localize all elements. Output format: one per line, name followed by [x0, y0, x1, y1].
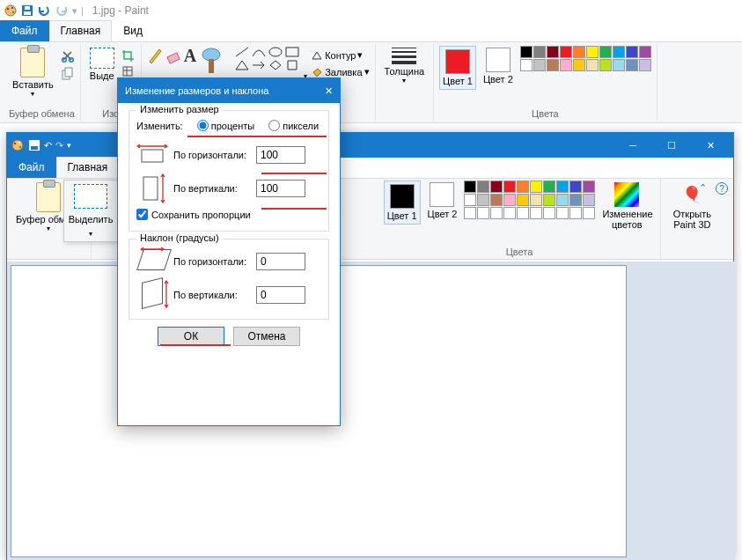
minimize-button[interactable]: ─	[613, 133, 652, 158]
qat-redo-icon[interactable]: ↷	[55, 140, 63, 151]
color-swatch[interactable]	[543, 194, 555, 206]
color-swatch[interactable]	[464, 194, 476, 206]
crop-icon[interactable]	[121, 49, 136, 62]
qat-undo-icon[interactable]: ↶	[44, 140, 52, 151]
color-swatch[interactable]	[639, 59, 651, 71]
color-swatch[interactable]	[556, 207, 569, 219]
qat-save-icon[interactable]	[28, 139, 40, 151]
tab-file[interactable]: Файл	[0, 20, 49, 41]
color-swatch[interactable]	[490, 194, 503, 206]
color-swatch[interactable]	[530, 181, 542, 193]
ok-button[interactable]: ОК	[158, 327, 224, 346]
color-swatch[interactable]	[464, 181, 476, 193]
qat-save-icon[interactable]	[21, 4, 33, 17]
maximize-button[interactable]: ☐	[652, 133, 691, 158]
collapse-ribbon-icon[interactable]: ⌃	[699, 182, 707, 195]
color-swatch[interactable]	[503, 194, 516, 206]
color2-button-inner[interactable]: Цвет 2	[424, 181, 461, 221]
color-swatch[interactable]	[543, 181, 555, 193]
color-swatch[interactable]	[573, 59, 585, 71]
color-swatch[interactable]	[477, 207, 489, 219]
color-swatch[interactable]	[533, 59, 546, 71]
color-swatch[interactable]	[583, 207, 595, 219]
color-swatch[interactable]	[560, 46, 572, 58]
color-swatch[interactable]	[490, 181, 503, 193]
cancel-button[interactable]: Отмена	[233, 327, 300, 346]
color-swatch[interactable]	[530, 194, 542, 206]
skew-vert-input[interactable]	[256, 286, 305, 304]
cut-icon[interactable]	[61, 49, 75, 63]
color-swatch[interactable]	[464, 207, 476, 219]
tab-view[interactable]: Вид	[112, 20, 154, 41]
radio-percent[interactable]: проценты	[197, 120, 255, 131]
color-palette-outer[interactable]	[520, 46, 651, 71]
color-swatch[interactable]	[556, 194, 569, 206]
paste-button[interactable]: Вставить ▾	[9, 46, 57, 99]
help-icon[interactable]: ?	[716, 182, 728, 195]
tab-file-inner[interactable]: Файл	[7, 157, 56, 178]
color-swatch[interactable]	[599, 46, 612, 58]
color-swatch[interactable]	[520, 59, 533, 71]
thickness-button[interactable]: Толщина ▾	[381, 46, 429, 86]
select-button[interactable]: Выде	[86, 46, 118, 83]
copy-icon[interactable]	[61, 67, 75, 81]
color-swatch[interactable]	[569, 181, 582, 193]
color-swatch[interactable]	[626, 59, 638, 71]
contour-button[interactable]: Контур ▾	[311, 49, 369, 61]
color-swatch[interactable]	[556, 181, 569, 193]
text-icon[interactable]: A	[184, 46, 196, 66]
color-swatch[interactable]	[613, 59, 625, 71]
shapes-gallery[interactable]	[234, 46, 300, 71]
color-swatch[interactable]	[569, 207, 582, 219]
select-rect-icon[interactable]	[74, 184, 107, 209]
color-swatch[interactable]	[547, 46, 559, 58]
color-swatch[interactable]	[517, 181, 529, 193]
color-swatch[interactable]	[520, 46, 533, 58]
skew-horiz-input[interactable]	[256, 253, 305, 270]
qat-dropdown-icon[interactable]: ▾	[72, 5, 77, 17]
color-swatch[interactable]	[477, 181, 489, 193]
radio-pixels[interactable]: пиксели	[268, 120, 319, 131]
resize-vert-input[interactable]	[256, 180, 305, 197]
close-button[interactable]: ✕	[691, 133, 730, 158]
keep-aspect-checkbox[interactable]: Сохранить пропорции	[136, 209, 321, 220]
color-swatch[interactable]	[533, 46, 546, 58]
tab-home-inner[interactable]: Главная	[56, 157, 120, 178]
color-swatch[interactable]	[490, 207, 503, 219]
resize-horiz-input[interactable]	[256, 146, 305, 164]
color-swatch[interactable]	[503, 181, 516, 193]
color-swatch[interactable]	[599, 59, 612, 71]
titlebar-inner[interactable]: ↶ ↷ ▾ ─ ☐ ✕	[7, 133, 733, 158]
dialog-close-icon[interactable]: ✕	[325, 85, 333, 97]
pencil-icon[interactable]	[147, 46, 163, 65]
color-swatch[interactable]	[583, 181, 595, 193]
color-swatch[interactable]	[517, 194, 529, 206]
qat-undo-icon[interactable]	[37, 4, 51, 17]
color-palette-inner[interactable]	[464, 181, 595, 219]
color-swatch[interactable]	[626, 46, 638, 58]
color2-button[interactable]: Цвет 2	[480, 46, 517, 86]
color-swatch[interactable]	[573, 46, 585, 58]
tab-home[interactable]: Главная	[49, 20, 113, 41]
color-swatch[interactable]	[569, 194, 582, 206]
color-swatch[interactable]	[530, 207, 542, 219]
color-swatch[interactable]	[547, 59, 559, 71]
color-swatch[interactable]	[503, 207, 516, 219]
dialog-titlebar[interactable]: Изменение размеров и наклона ✕	[118, 78, 340, 103]
qat-redo-icon[interactable]	[55, 4, 69, 17]
color-swatch[interactable]	[477, 194, 489, 206]
color-swatch[interactable]	[586, 46, 599, 58]
brush-icon[interactable]	[199, 46, 224, 81]
color-swatch[interactable]	[583, 194, 595, 206]
color1-button-inner[interactable]: Цвет 1	[384, 181, 421, 225]
edit-colors-button[interactable]: Изменение цветов	[599, 181, 655, 232]
select-label[interactable]: Выделить	[69, 214, 114, 225]
fill-button[interactable]: Заливка ▾	[311, 66, 369, 77]
eraser-icon[interactable]	[165, 46, 181, 65]
color-swatch[interactable]	[517, 207, 529, 219]
color-swatch[interactable]	[586, 59, 599, 71]
color-swatch[interactable]	[639, 46, 651, 58]
color-swatch[interactable]	[613, 46, 625, 58]
qat-dropdown-icon[interactable]: ▾	[67, 141, 71, 150]
resize-icon[interactable]	[121, 65, 136, 77]
